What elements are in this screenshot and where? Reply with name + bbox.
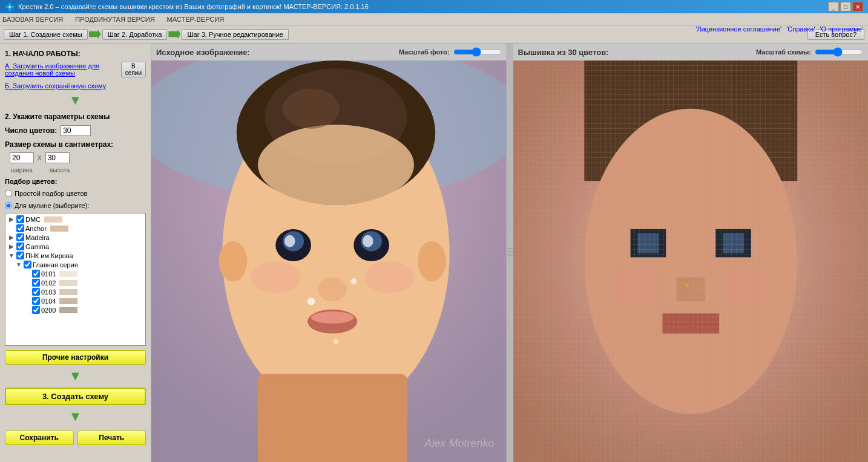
menu-master[interactable]: МАСТЕР-ВЕРСИЯ xyxy=(167,16,225,23)
thread-tree[interactable]: ▶ DMC Anchor ▶ Madeira ▶ G xyxy=(5,213,146,346)
pnk-checkbox[interactable] xyxy=(16,252,24,259)
radio-muline[interactable] xyxy=(5,202,12,209)
tree-item-0101[interactable]: 0101 xyxy=(7,269,144,278)
dmc-checkbox[interactable] xyxy=(16,215,24,223)
svg-point-38 xyxy=(700,288,702,290)
color-select-label: Подбор цветов: xyxy=(5,178,146,185)
right-panel-title: Вышивка из 30 цветов: xyxy=(518,48,609,57)
item0101-swatch xyxy=(59,271,77,277)
colors-label: Число цветов: xyxy=(5,126,57,135)
tree-item-pnk[interactable]: ▼ ПНК им.Кирова xyxy=(7,251,144,260)
tree-item-main-series[interactable]: ▼ Главная серия xyxy=(7,260,144,269)
tree-item-gamma[interactable]: ▶ Gamma xyxy=(7,242,144,251)
svg-point-22 xyxy=(334,339,339,344)
tree-item-0103[interactable]: 0103 xyxy=(7,287,144,296)
right-scale-label: Масштаб схемы: xyxy=(756,48,811,56)
height-label: высота xyxy=(50,167,70,174)
dmc-swatch xyxy=(44,216,62,223)
main-series-toggle-icon: ▼ xyxy=(15,261,22,268)
sepia-button[interactable]: В сепии xyxy=(121,62,146,77)
license-link[interactable]: 'Лицензионное соглашение' xyxy=(695,25,781,33)
right-panel: Вышивка из 30 цветов: Масштаб схемы: xyxy=(513,44,869,462)
load-schema-row: Б. Загрузить сохранённую схему xyxy=(5,82,146,89)
gamma-label: Gamma xyxy=(25,243,49,250)
minimize-button[interactable]: _ xyxy=(828,2,839,11)
window-title: Крестик 2.0 – создавайте схемы вышивки к… xyxy=(18,3,369,10)
arrow3-container: ▼ xyxy=(5,409,146,424)
item0104-swatch xyxy=(59,298,77,304)
svg-point-15 xyxy=(251,261,300,293)
svg-point-14 xyxy=(311,311,353,324)
width-input[interactable] xyxy=(10,152,34,163)
madeira-toggle-icon: ▶ xyxy=(8,234,15,241)
step1-button[interactable]: Шаг 1. Создание схемы xyxy=(4,29,88,40)
x-label: X xyxy=(38,155,42,161)
maximize-button[interactable]: □ xyxy=(840,2,851,11)
item0103-swatch xyxy=(59,289,77,295)
main-series-checkbox[interactable] xyxy=(24,261,31,268)
pnk-label: ПНК им.Кирова xyxy=(25,252,73,259)
menu-advanced[interactable]: ПРОДВИНУТАЯ ВЕРСИЯ xyxy=(75,16,154,23)
gamma-checkbox[interactable] xyxy=(16,242,24,250)
item0104-checkbox[interactable] xyxy=(32,297,40,305)
item0103-checkbox[interactable] xyxy=(32,288,40,296)
step3-button[interactable]: Шаг 3. Ручное редактирование xyxy=(182,29,289,40)
scale-label: Масштаб фото: xyxy=(399,48,450,56)
svg-point-10 xyxy=(284,235,295,247)
tree-item-dmc[interactable]: ▶ DMC xyxy=(7,215,144,224)
radio-simple[interactable] xyxy=(5,190,12,197)
embroidery-preview xyxy=(513,60,869,462)
item0200-checkbox[interactable] xyxy=(32,306,40,314)
anchor-checkbox[interactable] xyxy=(16,224,24,232)
schema-scale-slider[interactable] xyxy=(815,48,863,56)
anchor-swatch xyxy=(50,226,68,232)
item0101-checkbox[interactable] xyxy=(32,270,40,278)
tree-item-madeira[interactable]: ▶ Madeira xyxy=(7,233,144,242)
other-settings-button[interactable]: Прочие настройки xyxy=(5,350,146,365)
svg-point-11 xyxy=(363,235,373,247)
step2-button[interactable]: Шаг 2. Доработка xyxy=(102,29,168,40)
menu-basic[interactable]: БАЗОВАЯ ВЕРСИЯ xyxy=(2,16,63,23)
scale-control: Масштаб фото: xyxy=(399,48,502,56)
svg-point-21 xyxy=(350,278,357,284)
print-button[interactable]: Печать xyxy=(77,431,146,445)
radio1-label: Простой подбор цветов xyxy=(15,190,87,197)
photo-scale-slider[interactable] xyxy=(453,48,502,56)
size-label-row: Размер схемы в сантиметрах: xyxy=(5,140,146,149)
tree-item-0200[interactable]: 0200 xyxy=(7,305,144,314)
pnk-toggle-icon: ▼ xyxy=(8,252,15,259)
svg-point-12 xyxy=(318,278,347,302)
gamma-toggle-icon: ▶ xyxy=(8,243,15,250)
help-link[interactable]: 'Справка' xyxy=(786,25,815,33)
svg-rect-19 xyxy=(258,374,407,462)
tree-item-anchor[interactable]: Anchor xyxy=(7,224,144,233)
item0200-label: 0200 xyxy=(41,307,56,314)
create-schema-button[interactable]: 3. Создать схему xyxy=(5,388,146,405)
resize-handle[interactable]: ||| xyxy=(507,44,513,462)
tree-item-0104[interactable]: 0104 xyxy=(7,296,144,305)
colors-input[interactable] xyxy=(61,125,91,136)
size-row: X xyxy=(10,152,146,163)
section1-title: 1. НАЧАЛО РАБОТЫ: xyxy=(5,50,146,58)
about-link[interactable]: 'О программе' xyxy=(820,25,864,33)
radio1-row: Простой подбор цветов xyxy=(5,190,146,197)
svg-point-5 xyxy=(258,125,414,205)
size-label: Размер схемы в сантиметрах: xyxy=(5,140,113,149)
main-layout: 1. НАЧАЛО РАБОТЫ: А. Загрузить изображен… xyxy=(0,44,868,462)
save-button[interactable]: Сохранить xyxy=(5,431,74,445)
svg-point-37 xyxy=(685,284,689,287)
center-panel-title: Исходное изображение: xyxy=(156,48,250,57)
madeira-checkbox[interactable] xyxy=(16,233,24,241)
center-panel: Исходное изображение: Масштаб фото: xyxy=(151,44,507,462)
item0102-swatch xyxy=(59,280,77,286)
svg-point-39 xyxy=(679,280,681,282)
load-schema-link[interactable]: Б. Загрузить сохранённую схему xyxy=(5,82,106,89)
close-button[interactable]: ✕ xyxy=(852,2,863,11)
tree-item-0102[interactable]: 0102 xyxy=(7,278,144,287)
load-image-link[interactable]: А. Загрузить изображение для создания но… xyxy=(5,62,117,77)
window-controls: _ □ ✕ xyxy=(828,2,863,11)
photo-container: Alex Motrenko xyxy=(151,60,507,462)
item0102-checkbox[interactable] xyxy=(32,279,40,287)
item0101-label: 0101 xyxy=(41,270,56,278)
height-input[interactable] xyxy=(45,152,70,163)
